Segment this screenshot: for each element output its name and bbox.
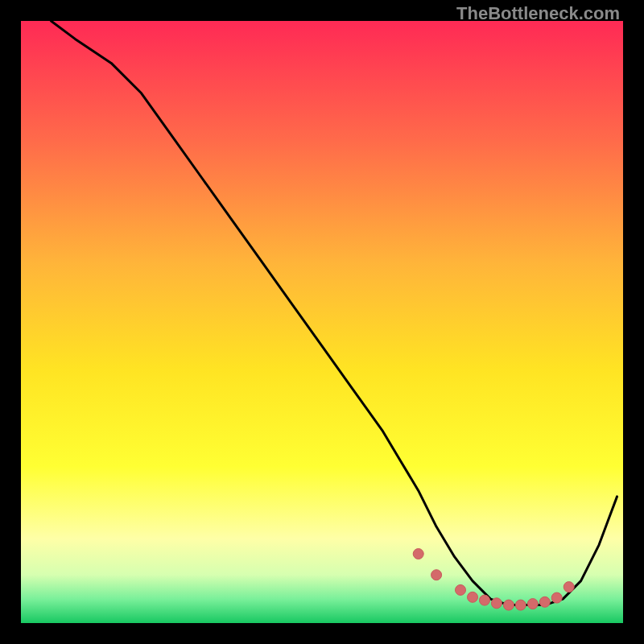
marker-dot <box>413 549 423 559</box>
chart-frame <box>21 21 623 623</box>
marker-dot <box>539 597 550 607</box>
bottleneck-chart <box>21 21 623 623</box>
gradient-background <box>21 21 623 623</box>
marker-dot <box>515 600 526 610</box>
marker-dot <box>491 598 502 609</box>
marker-dot <box>468 592 478 602</box>
watermark-text: TheBottleneck.com <box>456 3 620 24</box>
marker-dot <box>480 595 490 605</box>
marker-dot <box>456 584 466 595</box>
marker-dot <box>431 570 442 580</box>
marker-dot <box>527 599 538 609</box>
marker-dot <box>503 600 514 610</box>
marker-dot <box>564 582 574 592</box>
marker-dot <box>551 592 562 603</box>
